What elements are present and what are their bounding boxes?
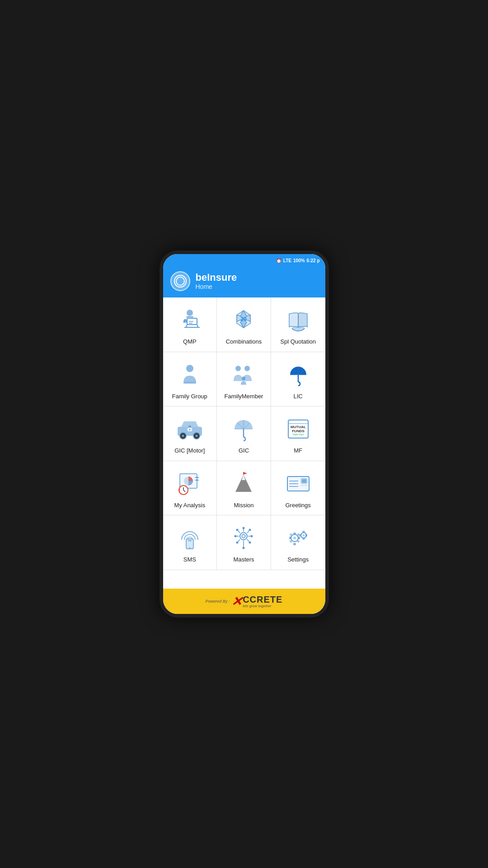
powered-by-text: Powered By : bbox=[206, 599, 230, 604]
qmp-icon bbox=[175, 306, 204, 335]
svg-point-21 bbox=[244, 366, 250, 371]
combinations-icon: 20 bbox=[229, 306, 258, 335]
lic-icon bbox=[284, 360, 313, 389]
svg-rect-19 bbox=[183, 382, 196, 384]
my-analysis-label: My Analysis bbox=[174, 502, 206, 509]
lic-label: LIC bbox=[294, 393, 303, 400]
app-name: beInsure bbox=[196, 272, 237, 283]
svg-point-87 bbox=[236, 542, 239, 544]
page-title: Home bbox=[196, 283, 237, 290]
mission-label: Mission bbox=[234, 502, 253, 509]
masters-label: Masters bbox=[233, 556, 254, 563]
spl-quotation-icon bbox=[284, 306, 313, 335]
footer: Powered By : ✕ CCRETE lets grow together bbox=[163, 589, 325, 614]
status-bar: ⏰ LTE 100% 6:22 p bbox=[163, 254, 325, 267]
gic-motor-label: GIC [Motor] bbox=[174, 447, 205, 454]
settings-icon bbox=[284, 524, 313, 552]
svg-rect-63 bbox=[302, 479, 306, 483]
svg-point-84 bbox=[251, 535, 253, 538]
masters-icon bbox=[229, 524, 258, 552]
svg-point-18 bbox=[186, 365, 193, 372]
grid-item-mission[interactable]: Mission bbox=[217, 461, 271, 516]
svg-line-78 bbox=[247, 531, 249, 533]
grid-item-masters[interactable]: Masters bbox=[217, 515, 271, 570]
gic-label: GIC bbox=[239, 447, 249, 454]
svg-text:FUNDS: FUNDS bbox=[292, 429, 305, 433]
grid-item-spl-quotation[interactable]: Spl Quotation bbox=[271, 297, 325, 352]
svg-point-90 bbox=[293, 537, 296, 539]
greetings-label: Greetings bbox=[285, 502, 310, 509]
gic-motor-icon bbox=[175, 415, 204, 443]
grid-item-combinations[interactable]: 20 Combinations bbox=[217, 297, 271, 352]
svg-point-20 bbox=[235, 366, 241, 371]
sms-icon bbox=[175, 524, 204, 552]
grid-item-sms[interactable]: SMS bbox=[163, 515, 217, 570]
family-group-icon bbox=[175, 360, 204, 389]
svg-marker-60 bbox=[244, 472, 247, 475]
app-header: beInsure Home bbox=[163, 267, 325, 297]
mf-icon: MUTUAL FUNDS Sahi Hai! bbox=[284, 415, 313, 443]
svg-point-82 bbox=[243, 547, 245, 549]
family-group-label: Family Group bbox=[172, 393, 207, 400]
grid-item-settings[interactable]: Settings bbox=[271, 515, 325, 570]
main-grid: QMP 20 Com bbox=[163, 297, 325, 570]
qmp-label: QMP bbox=[183, 338, 197, 345]
svg-rect-103 bbox=[299, 534, 301, 537]
svg-point-0 bbox=[187, 310, 193, 316]
grid-item-lic[interactable]: LIC bbox=[271, 352, 325, 407]
svg-text:Sahi Hai!: Sahi Hai! bbox=[292, 433, 304, 436]
brand-tagline: lets grow together bbox=[243, 604, 282, 608]
svg-point-72 bbox=[242, 534, 245, 538]
svg-rect-30 bbox=[185, 423, 189, 426]
header-text-block: beInsure Home bbox=[196, 272, 237, 290]
grid-item-family-group[interactable]: Family Group bbox=[163, 352, 217, 407]
svg-point-33 bbox=[182, 434, 184, 437]
svg-rect-92 bbox=[293, 543, 296, 545]
brand-x-icon: ✕ bbox=[230, 594, 243, 609]
time-display: 6:22 p bbox=[307, 258, 320, 263]
grid-item-greetings[interactable]: Greetings bbox=[271, 461, 325, 516]
svg-point-37 bbox=[189, 429, 190, 430]
battery-text: 100% bbox=[293, 258, 305, 263]
brand-name-block: CCRETE lets grow together bbox=[243, 595, 282, 608]
greetings-icon bbox=[284, 469, 313, 498]
svg-point-35 bbox=[195, 434, 198, 437]
grid-item-family-member[interactable]: FamilyMember bbox=[217, 352, 271, 407]
sms-label: SMS bbox=[183, 556, 196, 563]
settings-label: Settings bbox=[287, 556, 309, 563]
svg-point-85 bbox=[236, 529, 239, 531]
svg-text:20: 20 bbox=[241, 316, 247, 322]
grid-item-gic-motor[interactable]: GIC [Motor] bbox=[163, 406, 217, 461]
svg-rect-104 bbox=[305, 534, 307, 537]
grid-item-mf[interactable]: MUTUAL FUNDS Sahi Hai! MF bbox=[271, 406, 325, 461]
my-analysis-icon bbox=[175, 469, 204, 498]
mission-icon bbox=[229, 469, 258, 498]
signal-text: LTE bbox=[283, 258, 291, 263]
grid-item-my-analysis[interactable]: My Analysis bbox=[163, 461, 217, 516]
svg-text:MUTUAL: MUTUAL bbox=[291, 425, 306, 429]
svg-point-86 bbox=[249, 529, 251, 531]
brand-logo: ✕ CCRETE lets grow together bbox=[231, 594, 282, 609]
alarm-icon: ⏰ bbox=[276, 258, 282, 263]
svg-point-100 bbox=[302, 534, 305, 537]
svg-point-83 bbox=[235, 535, 237, 538]
svg-rect-102 bbox=[302, 538, 305, 540]
app-logo bbox=[170, 271, 190, 291]
family-member-icon bbox=[229, 360, 258, 389]
grid-item-qmp[interactable]: QMP bbox=[163, 297, 217, 352]
family-member-label: FamilyMember bbox=[225, 393, 263, 400]
svg-line-80 bbox=[247, 539, 249, 542]
svg-line-77 bbox=[238, 531, 240, 533]
svg-line-79 bbox=[238, 539, 240, 542]
svg-rect-1 bbox=[186, 316, 193, 317]
svg-rect-31 bbox=[190, 423, 195, 426]
svg-point-22 bbox=[242, 377, 245, 380]
mf-label: MF bbox=[294, 447, 302, 454]
svg-rect-93 bbox=[289, 537, 291, 539]
gic-icon bbox=[229, 415, 258, 443]
brand-name: CCRETE bbox=[243, 595, 282, 604]
svg-point-88 bbox=[249, 542, 251, 544]
svg-point-69 bbox=[189, 547, 191, 549]
grid-item-gic[interactable]: GIC bbox=[217, 406, 271, 461]
svg-rect-91 bbox=[293, 533, 296, 535]
